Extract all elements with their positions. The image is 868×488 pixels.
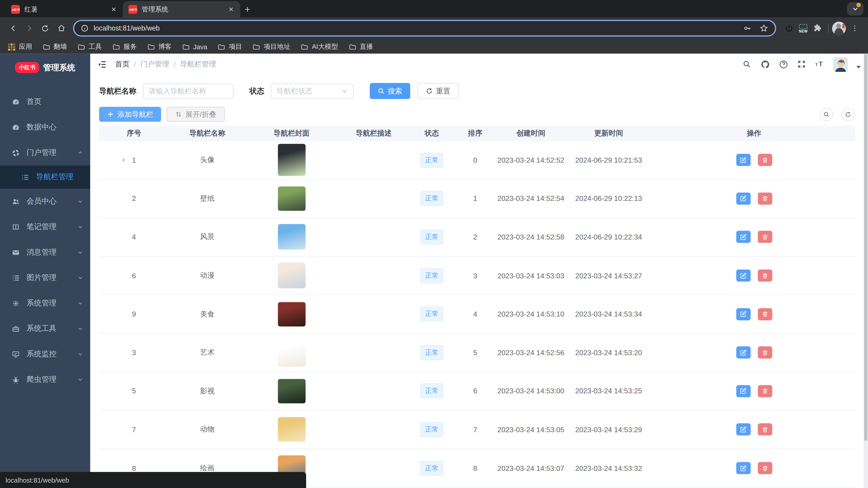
edit-button[interactable]	[736, 231, 750, 243]
add-navbar-button[interactable]: 添加导航栏	[99, 107, 161, 122]
breadcrumb-home[interactable]: 首页	[115, 59, 129, 69]
extensions-puzzle-icon[interactable]	[810, 21, 825, 36]
nav-cover-cell	[246, 379, 337, 403]
nav-cover-image[interactable]	[278, 224, 305, 250]
nav-cover-image[interactable]	[278, 186, 305, 211]
site-info-icon[interactable]	[81, 24, 89, 32]
user-menu-caret-icon[interactable]	[857, 66, 861, 68]
home-icon[interactable]	[54, 21, 69, 36]
sidebar-item-spider-manage[interactable]: 爬虫管理	[0, 367, 90, 392]
close-tab-icon[interactable]: ✕	[110, 5, 117, 14]
browser-menu-kebab-icon[interactable]	[847, 21, 862, 36]
status-cell: 正常	[410, 345, 454, 360]
new-tab-button[interactable]: +	[245, 4, 250, 15]
password-key-icon[interactable]	[743, 24, 752, 33]
header-search-icon[interactable]	[742, 59, 752, 69]
expand-row-icon[interactable]	[121, 157, 126, 163]
sidebar-item-system-manage[interactable]: 系统管理	[0, 291, 90, 316]
sidebar-item-message-manage[interactable]: 消息管理	[0, 239, 90, 265]
screen: 小红书 红薯 ✕ 小红书 管理系统 ✕ + localhost:81/web/w…	[0, 0, 868, 488]
new-extension-icon[interactable]: NEW	[798, 22, 809, 34]
close-tab-icon[interactable]: ✕	[227, 5, 235, 14]
nav-cover-image[interactable]	[278, 144, 305, 176]
nav-cover-image[interactable]	[278, 263, 305, 288]
sidebar-item-note-manage[interactable]: 笔记管理	[0, 214, 90, 240]
browser-profile-avatar[interactable]	[832, 21, 846, 35]
browser-tab-1[interactable]: 小红书 红薯 ✕	[5, 1, 123, 18]
power-extension-icon[interactable]	[782, 21, 797, 36]
nav-cover-image[interactable]	[278, 418, 305, 442]
operations-cell	[653, 462, 855, 474]
edit-button[interactable]	[736, 462, 750, 474]
sidebar-item-data-center[interactable]: 数据中心	[0, 115, 90, 140]
row-index-cell: 6	[99, 271, 169, 280]
breadcrumb-portal[interactable]: 门户管理	[141, 59, 169, 69]
browser-tab-2[interactable]: 小红书 管理系统 ✕	[123, 1, 240, 18]
bookmark-item[interactable]: 应用	[8, 42, 32, 52]
bookmark-item[interactable]: Java	[182, 43, 207, 51]
bookmark-star-icon[interactable]	[760, 24, 768, 33]
nav-cover-image[interactable]	[278, 302, 305, 326]
sidebar-item-system-monitor[interactable]: 系统监控	[0, 341, 90, 367]
delete-button[interactable]	[757, 193, 772, 205]
delete-button[interactable]	[757, 424, 772, 436]
delete-button[interactable]	[757, 385, 772, 397]
edit-button[interactable]	[736, 308, 750, 320]
edit-button[interactable]	[736, 154, 750, 166]
app-logo[interactable]: 小红书 管理系统	[0, 55, 90, 80]
delete-button[interactable]	[757, 154, 772, 166]
delete-button[interactable]	[757, 269, 772, 282]
delete-button[interactable]	[757, 347, 772, 359]
bookmark-item[interactable]: 工具	[78, 42, 102, 52]
address-bar[interactable]: localhost:81/web/web	[73, 20, 776, 36]
back-icon[interactable]	[5, 21, 20, 36]
sidebar-item-image-manage[interactable]: 图片管理	[0, 265, 90, 291]
bookmark-label: 博客	[158, 42, 172, 52]
tab-search-chevron-button[interactable]	[847, 2, 864, 15]
font-size-icon[interactable]: TT	[815, 59, 825, 69]
bookmark-item[interactable]: 博客	[147, 42, 172, 52]
sidebar-item-label: 门户管理	[27, 148, 57, 158]
bookmark-item[interactable]: 服务	[112, 42, 137, 52]
bookmark-item[interactable]: 翻墙	[43, 42, 67, 52]
edit-button[interactable]	[736, 347, 750, 359]
table-row: 3艺术正常52023-03-24 14:52:562023-03-24 14:5…	[99, 334, 855, 372]
url-text[interactable]: localhost:81/web/web	[94, 24, 160, 32]
bookmark-item[interactable]: 直播	[348, 42, 373, 52]
nav-cover-image[interactable]	[278, 338, 305, 367]
edit-button[interactable]	[736, 385, 750, 397]
edit-button[interactable]	[736, 193, 750, 205]
edit-button[interactable]	[736, 424, 750, 436]
sidebar-item-portal[interactable]: 门户管理	[0, 140, 90, 166]
bookmark-item[interactable]: 项目	[218, 42, 242, 52]
github-icon[interactable]	[760, 59, 770, 69]
nav-cover-image[interactable]	[278, 379, 305, 403]
toolbox-icon	[11, 324, 20, 333]
forward-icon[interactable]	[22, 21, 37, 36]
bookmark-item[interactable]: AI大模型	[301, 42, 338, 52]
fullscreen-icon[interactable]	[797, 59, 807, 69]
scrollbar-thumb[interactable]	[864, 54, 868, 441]
expand-collapse-button[interactable]: 展开/折叠	[166, 107, 224, 122]
show-search-circle-button[interactable]	[820, 108, 833, 121]
user-avatar[interactable]	[833, 57, 848, 72]
bookmark-item[interactable]: 项目地址	[253, 42, 290, 52]
refresh-table-circle-button[interactable]	[841, 108, 855, 121]
reset-button[interactable]: 重置	[417, 83, 459, 99]
search-button[interactable]: 搜索	[370, 83, 410, 99]
nav-name-filter-input[interactable]	[143, 84, 234, 99]
sidebar-item-navbar-manage[interactable]: 导航栏管理	[0, 165, 90, 189]
sidebar-item-home[interactable]: 首页	[0, 89, 90, 115]
status-filter-select[interactable]: 导航栏状态	[270, 84, 353, 99]
delete-button[interactable]	[757, 308, 772, 320]
delete-button[interactable]	[757, 462, 772, 474]
sidebar-item-member-center[interactable]: 会员中心	[0, 189, 90, 214]
sidebar-item-label: 系统工具	[27, 324, 57, 334]
reload-icon[interactable]	[38, 21, 53, 36]
sidebar-fold-icon[interactable]	[97, 59, 107, 69]
edit-button[interactable]	[736, 269, 750, 282]
page-scrollbar[interactable]	[864, 54, 868, 488]
delete-button[interactable]	[757, 231, 772, 243]
help-icon[interactable]	[778, 59, 788, 69]
sidebar-item-system-tools[interactable]: 系统工具	[0, 316, 90, 341]
